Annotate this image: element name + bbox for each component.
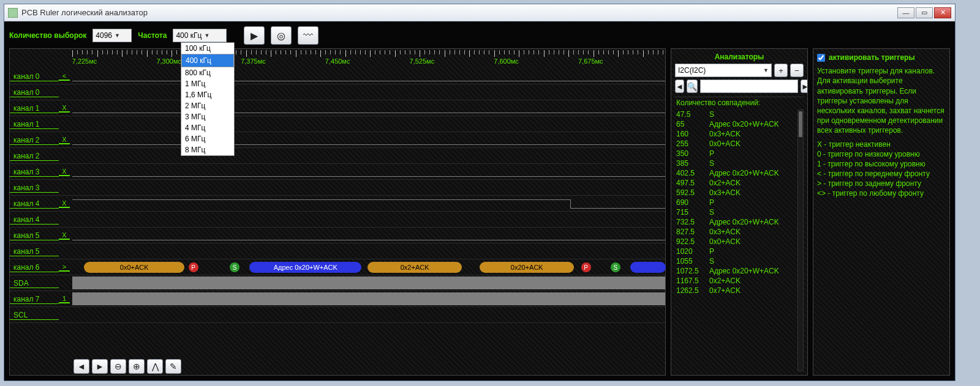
channel-sublabel: канал 2 — [10, 151, 59, 161]
table-row[interactable]: 2550x0+ACK — [675, 139, 804, 149]
zoom-in-button[interactable]: ⊕ — [129, 359, 145, 374]
channel-wave[interactable] — [72, 212, 665, 227]
channel-wave[interactable] — [72, 180, 665, 195]
channel-wave[interactable] — [72, 243, 665, 259]
decode-token[interactable]: 0x0+ACK — [84, 262, 184, 273]
table-row[interactable]: 402.5Адрес 0x20+W+ACK — [675, 168, 804, 178]
channel-trigger-toggle[interactable]: > — [59, 263, 70, 272]
channel-trigger-toggle[interactable]: X — [59, 168, 70, 176]
freq-option[interactable]: 3 МГц — [181, 111, 234, 122]
decode-token[interactable]: 0x2+ACK — [368, 262, 462, 273]
analyze-button[interactable]: 〰 — [298, 26, 318, 45]
search-matches-button[interactable]: 🔍 — [687, 80, 698, 93]
channel-trigger-toggle[interactable]: < — [59, 72, 70, 81]
channel-wave[interactable] — [72, 291, 665, 306]
search-input[interactable] — [700, 80, 798, 93]
channel-row: канал 5X — [10, 228, 665, 243]
table-cell: 1020 — [675, 247, 708, 256]
remove-analyzer-button[interactable]: − — [790, 64, 804, 77]
freq-option[interactable]: 1,6 МГц — [181, 89, 234, 100]
table-row[interactable]: 1055S — [675, 256, 804, 266]
channel-wave[interactable] — [72, 84, 665, 100]
table-row[interactable]: 715S — [675, 207, 804, 217]
channel-trigger-toggle[interactable]: X — [59, 199, 70, 208]
matches-scrollbar[interactable] — [797, 109, 804, 371]
next-match-button[interactable]: ► — [801, 80, 808, 93]
table-row[interactable]: 47.5S — [675, 109, 804, 119]
activate-triggers-checkbox[interactable]: активировать триггеры — [817, 53, 946, 62]
channel-wave[interactable] — [72, 196, 665, 211]
freq-option[interactable]: 800 кГц — [181, 67, 234, 78]
freq-option[interactable]: 6 МГц — [181, 133, 234, 144]
zoom-out-button[interactable]: ⊖ — [110, 359, 126, 374]
decode-token[interactable]: Адрес 0x20+W+ACK — [249, 262, 361, 273]
matches-table[interactable]: 47.5S65Адрес 0x20+W+ACK1600x3+ACK2550x0+… — [675, 109, 804, 295]
freq-dropdown-list[interactable]: 100 кГц400 кГц800 кГц1 МГц1,6 МГц2 МГц3 … — [181, 42, 235, 156]
table-row[interactable]: 350P — [675, 149, 804, 158]
add-analyzer-button[interactable]: + — [774, 64, 788, 77]
table-row[interactable]: 1167.50x2+ACK — [675, 276, 804, 286]
samples-select[interactable]: 4096 ▼ — [92, 29, 132, 42]
decode-token[interactable]: 0x20+ACK — [480, 262, 574, 273]
freq-option[interactable]: 400 кГц — [181, 54, 234, 67]
table-row[interactable]: 65Адрес 0x20+W+ACK — [675, 119, 804, 129]
decode-marker[interactable]: P — [189, 262, 198, 272]
channel-wave[interactable] — [72, 228, 665, 243]
table-row[interactable]: 1072.5Адрес 0x20+W+ACK — [675, 266, 804, 276]
decode-token[interactable] — [630, 262, 666, 273]
channel-wave[interactable] — [72, 275, 665, 291]
edit-button[interactable]: ✎ — [165, 359, 181, 374]
maximize-button[interactable]: ▭ — [916, 7, 933, 18]
table-row[interactable]: 690P — [675, 198, 804, 207]
nav-left-button[interactable]: ◄ — [74, 359, 89, 374]
channel-wave[interactable] — [72, 148, 665, 163]
table-row[interactable]: 922.50x0+ACK — [675, 237, 804, 247]
prev-match-button[interactable]: ◄ — [675, 80, 684, 93]
decode-marker[interactable]: S — [611, 262, 620, 272]
decode-marker[interactable]: P — [581, 262, 591, 272]
channel-trigger-toggle[interactable]: X — [59, 231, 70, 240]
freq-option[interactable]: 8 МГц — [181, 144, 234, 155]
channel-wave[interactable] — [72, 164, 665, 179]
freq-option[interactable]: 4 МГц — [181, 122, 234, 133]
table-row[interactable]: 1600x3+ACK — [675, 129, 804, 139]
capture-button[interactable]: ◎ — [271, 26, 292, 45]
table-cell: Адрес 0x20+W+ACK — [708, 217, 804, 227]
channel-trigger-toggle[interactable]: X — [59, 136, 70, 144]
minimize-button[interactable]: — — [897, 7, 914, 18]
channel-sublabel-row: SCL — [10, 307, 665, 323]
close-button[interactable]: ✕ — [934, 7, 951, 18]
table-row[interactable]: 592.50x3+ACK — [675, 188, 804, 198]
table-row[interactable]: 385S — [675, 158, 804, 168]
protocol-select[interactable]: I2C(I2C) ▼ — [675, 64, 772, 77]
table-row[interactable]: 1020P — [675, 247, 804, 256]
channel-wave[interactable] — [72, 100, 665, 116]
table-cell: 0x0+ACK — [708, 237, 804, 247]
chevron-down-icon: ▼ — [115, 32, 120, 39]
table-row[interactable]: 827.50x3+ACK — [675, 227, 804, 237]
run-button[interactable]: ▶ — [244, 26, 265, 45]
channel-wave[interactable] — [72, 69, 665, 84]
freq-option[interactable]: 1 МГц — [181, 78, 234, 89]
channel-trigger-toggle[interactable]: 1 — [59, 295, 70, 303]
time-label: 7,525мс — [410, 58, 435, 65]
channel-wave[interactable] — [72, 116, 665, 132]
channel-name: канал 5 — [10, 231, 59, 240]
table-row[interactable]: 497.50x2+ACK — [675, 178, 804, 188]
measure-button[interactable]: ⋀ — [147, 359, 163, 374]
freq-option[interactable]: 100 кГц — [181, 43, 234, 54]
channel-wave[interactable] — [72, 132, 665, 147]
table-row[interactable]: 1262.50x7+ACK — [675, 286, 804, 295]
freq-select[interactable]: 400 кГц ▼ — [173, 29, 227, 42]
channel-trigger-toggle[interactable]: X — [59, 104, 70, 113]
table-row[interactable]: 732.5Адрес 0x20+W+ACK — [675, 217, 804, 227]
scrollbar-thumb[interactable] — [799, 111, 802, 137]
channel-wave[interactable] — [72, 307, 665, 322]
time-label: 7,675мс — [578, 58, 603, 65]
activate-triggers-input[interactable] — [817, 54, 825, 62]
trigger-legend-line: > - триггер по заднему фронту — [817, 179, 946, 188]
decode-marker[interactable]: S — [230, 262, 239, 272]
freq-option[interactable]: 2 МГц — [181, 100, 234, 111]
analyzers-title: Анализаторы — [675, 53, 804, 61]
nav-right-button[interactable]: ► — [92, 359, 108, 374]
